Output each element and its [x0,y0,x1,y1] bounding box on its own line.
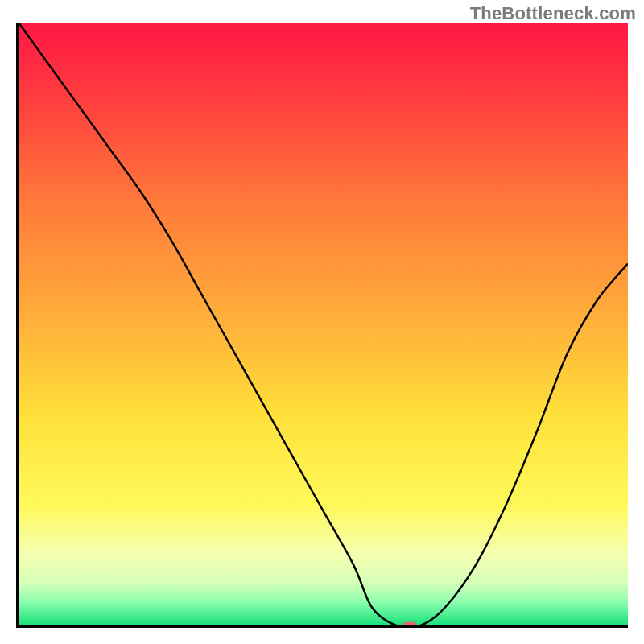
optimal-point-marker [402,622,417,629]
bottleneck-chart [0,0,644,644]
bottleneck-curve [19,23,628,625]
plot-area [16,23,628,628]
